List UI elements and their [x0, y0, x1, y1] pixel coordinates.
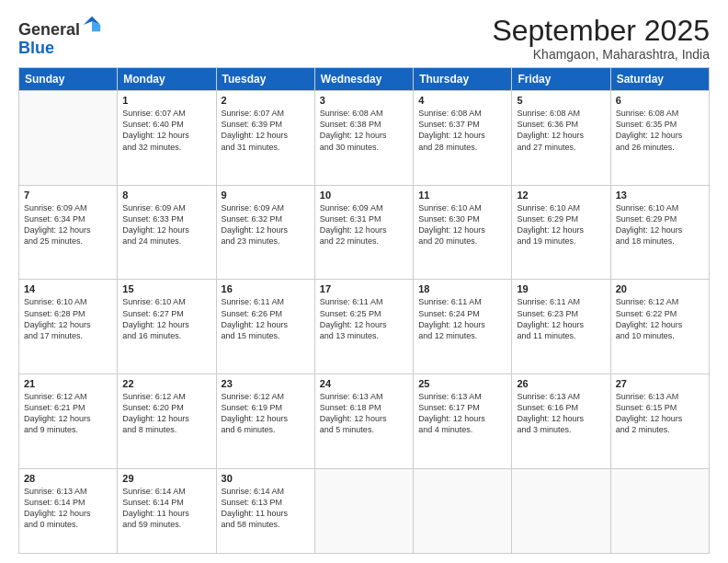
table-row: 27Sunrise: 6:13 AMSunset: 6:15 PMDayligh…: [610, 374, 709, 469]
day-number: 4: [418, 95, 506, 106]
logo-text: General Blue: [18, 15, 102, 58]
day-info: Sunrise: 6:12 AMSunset: 6:21 PMDaylight:…: [24, 391, 112, 436]
day-number: 27: [616, 378, 704, 389]
col-saturday: Saturday: [610, 68, 709, 91]
day-info: Sunrise: 6:13 AMSunset: 6:14 PMDaylight:…: [24, 486, 112, 531]
table-row: 12Sunrise: 6:10 AMSunset: 6:29 PMDayligh…: [512, 185, 610, 280]
week-row-1: 7Sunrise: 6:09 AMSunset: 6:34 PMDaylight…: [19, 185, 710, 280]
table-row: 21Sunrise: 6:12 AMSunset: 6:21 PMDayligh…: [19, 374, 118, 469]
week-row-0: 1Sunrise: 6:07 AMSunset: 6:40 PMDaylight…: [19, 91, 710, 186]
day-number: 18: [418, 283, 506, 294]
day-number: 3: [320, 95, 408, 106]
day-number: 8: [122, 190, 210, 201]
table-row: 2Sunrise: 6:07 AMSunset: 6:39 PMDaylight…: [216, 91, 314, 186]
day-info: Sunrise: 6:11 AMSunset: 6:25 PMDaylight:…: [320, 296, 408, 341]
day-info: Sunrise: 6:10 AMSunset: 6:27 PMDaylight:…: [122, 296, 210, 341]
title-section: September 2025 Khamgaon, Maharashtra, In…: [492, 15, 710, 62]
day-info: Sunrise: 6:10 AMSunset: 6:29 PMDaylight:…: [616, 202, 704, 247]
col-friday: Friday: [512, 68, 610, 91]
day-number: 7: [24, 190, 112, 201]
table-row: 15Sunrise: 6:10 AMSunset: 6:27 PMDayligh…: [118, 280, 216, 374]
table-row: 3Sunrise: 6:08 AMSunset: 6:38 PMDaylight…: [314, 91, 413, 186]
table-row: 5Sunrise: 6:08 AMSunset: 6:36 PMDaylight…: [512, 91, 610, 186]
table-row: 8Sunrise: 6:09 AMSunset: 6:33 PMDaylight…: [118, 185, 216, 280]
day-info: Sunrise: 6:13 AMSunset: 6:18 PMDaylight:…: [320, 391, 408, 436]
table-row: 1Sunrise: 6:07 AMSunset: 6:40 PMDaylight…: [118, 91, 216, 186]
table-row: 7Sunrise: 6:09 AMSunset: 6:34 PMDaylight…: [19, 185, 118, 280]
table-row: 9Sunrise: 6:09 AMSunset: 6:32 PMDaylight…: [216, 185, 314, 280]
day-number: 28: [24, 473, 112, 484]
table-row: 16Sunrise: 6:11 AMSunset: 6:26 PMDayligh…: [216, 280, 314, 374]
col-wednesday: Wednesday: [314, 68, 413, 91]
table-row: [512, 468, 610, 553]
day-number: 13: [616, 190, 704, 201]
day-number: 11: [418, 190, 506, 201]
day-number: 10: [320, 190, 408, 201]
day-info: Sunrise: 6:08 AMSunset: 6:37 PMDaylight:…: [418, 108, 506, 153]
week-row-2: 14Sunrise: 6:10 AMSunset: 6:28 PMDayligh…: [19, 280, 710, 374]
day-number: 20: [616, 283, 704, 294]
table-row: 13Sunrise: 6:10 AMSunset: 6:29 PMDayligh…: [610, 185, 709, 280]
logo: General Blue: [18, 15, 102, 58]
day-number: 12: [517, 190, 605, 201]
table-row: 11Sunrise: 6:10 AMSunset: 6:30 PMDayligh…: [414, 185, 512, 280]
table-row: 23Sunrise: 6:12 AMSunset: 6:19 PMDayligh…: [216, 374, 314, 469]
day-info: Sunrise: 6:13 AMSunset: 6:16 PMDaylight:…: [517, 391, 605, 436]
table-row: 4Sunrise: 6:08 AMSunset: 6:37 PMDaylight…: [414, 91, 512, 186]
table-row: 30Sunrise: 6:14 AMSunset: 6:13 PMDayligh…: [216, 468, 314, 553]
day-number: 1: [122, 95, 210, 106]
table-row: 10Sunrise: 6:09 AMSunset: 6:31 PMDayligh…: [314, 185, 413, 280]
page: General Blue September 2025 Khamgaon, Ma…: [0, 0, 728, 563]
table-row: [314, 468, 413, 553]
day-info: Sunrise: 6:08 AMSunset: 6:38 PMDaylight:…: [320, 108, 408, 153]
day-info: Sunrise: 6:12 AMSunset: 6:22 PMDaylight:…: [616, 296, 704, 341]
logo-blue: Blue: [18, 39, 54, 57]
table-row: 19Sunrise: 6:11 AMSunset: 6:23 PMDayligh…: [512, 280, 610, 374]
day-info: Sunrise: 6:14 AMSunset: 6:13 PMDaylight:…: [222, 486, 310, 531]
table-row: 17Sunrise: 6:11 AMSunset: 6:25 PMDayligh…: [314, 280, 413, 374]
day-info: Sunrise: 6:14 AMSunset: 6:14 PMDaylight:…: [122, 486, 210, 531]
day-number: 2: [222, 95, 310, 106]
location: Khamgaon, Maharashtra, India: [492, 47, 710, 62]
table-row: 22Sunrise: 6:12 AMSunset: 6:20 PMDayligh…: [118, 374, 216, 469]
day-number: 6: [616, 95, 704, 106]
day-info: Sunrise: 6:09 AMSunset: 6:31 PMDaylight:…: [320, 202, 408, 247]
table-row: 29Sunrise: 6:14 AMSunset: 6:14 PMDayligh…: [118, 468, 216, 553]
day-info: Sunrise: 6:09 AMSunset: 6:32 PMDaylight:…: [222, 202, 310, 247]
day-info: Sunrise: 6:10 AMSunset: 6:29 PMDaylight:…: [517, 202, 605, 247]
day-number: 9: [222, 190, 310, 201]
day-info: Sunrise: 6:11 AMSunset: 6:26 PMDaylight:…: [222, 296, 310, 341]
col-thursday: Thursday: [414, 68, 512, 91]
col-monday: Monday: [118, 68, 216, 91]
table-row: 20Sunrise: 6:12 AMSunset: 6:22 PMDayligh…: [610, 280, 709, 374]
day-number: 17: [320, 283, 408, 294]
day-info: Sunrise: 6:11 AMSunset: 6:23 PMDaylight:…: [517, 296, 605, 341]
logo-general: General: [18, 20, 80, 39]
day-number: 29: [122, 473, 210, 484]
day-number: 15: [122, 283, 210, 294]
table-row: 26Sunrise: 6:13 AMSunset: 6:16 PMDayligh…: [512, 374, 610, 469]
day-info: Sunrise: 6:09 AMSunset: 6:34 PMDaylight:…: [24, 202, 112, 247]
table-row: [414, 468, 512, 553]
day-info: Sunrise: 6:10 AMSunset: 6:30 PMDaylight:…: [418, 202, 506, 247]
day-info: Sunrise: 6:08 AMSunset: 6:35 PMDaylight:…: [616, 108, 704, 153]
calendar-table: Sunday Monday Tuesday Wednesday Thursday…: [18, 67, 710, 554]
logo-icon: [82, 15, 102, 35]
day-number: 19: [517, 283, 605, 294]
table-row: 18Sunrise: 6:11 AMSunset: 6:24 PMDayligh…: [414, 280, 512, 374]
day-number: 14: [24, 283, 112, 294]
table-row: [19, 91, 118, 186]
table-row: [610, 468, 709, 553]
day-info: Sunrise: 6:07 AMSunset: 6:39 PMDaylight:…: [222, 108, 310, 153]
day-number: 22: [122, 378, 210, 389]
day-info: Sunrise: 6:12 AMSunset: 6:20 PMDaylight:…: [122, 391, 210, 436]
day-info: Sunrise: 6:09 AMSunset: 6:33 PMDaylight:…: [122, 202, 210, 247]
day-info: Sunrise: 6:10 AMSunset: 6:28 PMDaylight:…: [24, 296, 112, 341]
header-row: Sunday Monday Tuesday Wednesday Thursday…: [19, 68, 710, 91]
day-info: Sunrise: 6:07 AMSunset: 6:40 PMDaylight:…: [122, 108, 210, 153]
col-sunday: Sunday: [19, 68, 118, 91]
day-info: Sunrise: 6:11 AMSunset: 6:24 PMDaylight:…: [418, 296, 506, 341]
day-number: 24: [320, 378, 408, 389]
day-number: 21: [24, 378, 112, 389]
day-number: 16: [222, 283, 310, 294]
